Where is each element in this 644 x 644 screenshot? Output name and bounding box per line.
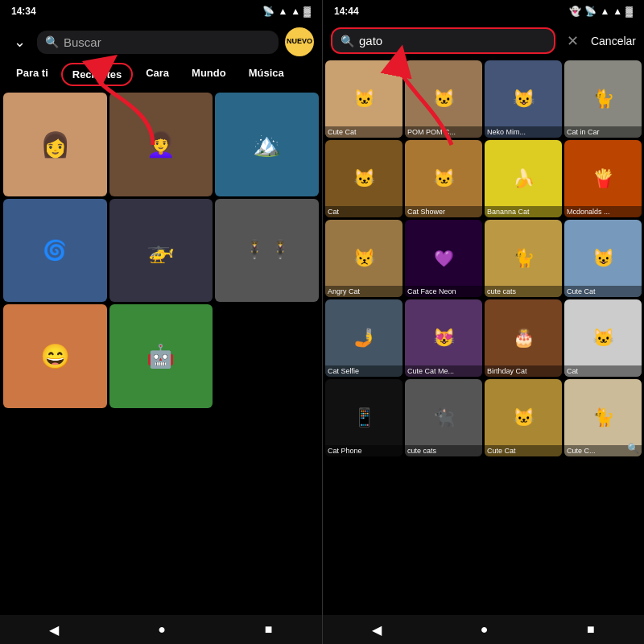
right-status-icons: 👻 📡 ▲ ▲ ▓ — [569, 6, 633, 17]
grid-cell-3[interactable]: 🏔️ — [215, 93, 319, 196]
result-cute-cat[interactable]: 🐱 Cute Cat — [325, 60, 402, 138]
left-grid: 👩 👩‍🦱 🏔️ 🌀 🚁 🕴️🕴️ 😄 � — [0, 91, 322, 615]
right-search-icon: 🔍 — [341, 35, 354, 47]
grid-cell-8[interactable]: 🤖 — [109, 304, 213, 408]
result-label-cute-cat3: Cute Cat — [485, 445, 562, 456]
result-label-cute-cats3: cute cats — [405, 445, 482, 456]
result-cat[interactable]: 🐱 Cat — [325, 140, 402, 217]
result-cute-cats3[interactable]: 🐈‍⬛ cute cats — [405, 379, 482, 456]
left-time: 14:34 — [11, 6, 36, 17]
tab-mundo[interactable]: Mundo — [182, 63, 236, 86]
result-mcdonalds[interactable]: 🍟 Mcdonalds ... — [564, 140, 642, 217]
cast-icon: 📡 — [262, 6, 275, 17]
nav-recent-btn[interactable]: ■ — [265, 622, 273, 637]
right-search-bar: 🔍 gato ✕ Cancelar — [323, 23, 644, 59]
left-search-input-wrap[interactable]: 🔍 Buscar — [37, 31, 279, 54]
result-label-cute-cat-me: Cute Cat Me... — [405, 365, 482, 377]
right-nav-home-btn[interactable]: ● — [481, 622, 489, 637]
result-label-mcdonalds: Mcdonalds ... — [564, 206, 642, 217]
right-cast-icon: 📡 — [584, 6, 597, 17]
result-cute-cats2[interactable]: 🐈 cute cats — [485, 220, 562, 297]
right-nav-recent-btn[interactable]: ■ — [587, 622, 595, 637]
left-status-bar: 14:34 📡 ▲ ▲ ▓ — [0, 0, 322, 23]
result-birthday-cat[interactable]: 🎂 Birthday Cat — [485, 299, 562, 377]
grid-cell-4[interactable]: 🌀 — [3, 199, 107, 303]
right-status-bar: 14:44 👻 📡 ▲ ▲ ▓ — [323, 0, 644, 23]
right-nav-bottom: ◀ ● ■ — [323, 615, 644, 644]
grid-cell-2[interactable]: 👩‍🦱 — [109, 93, 213, 196]
left-nav-bottom: ◀ ● ■ — [0, 615, 322, 644]
result-label-cat-phone: Cat Phone — [325, 445, 402, 456]
right-grid-inner: 🐱 Cute Cat 🐱 POM POM C... 😺 Neko Mim... … — [325, 60, 642, 456]
battery-icon: ▓ — [303, 6, 311, 17]
result-cat-phone[interactable]: 📱 Cat Phone — [325, 379, 402, 456]
tab-para-ti[interactable]: Para ti — [6, 63, 58, 86]
right-cancel-btn[interactable]: Cancelar — [591, 35, 636, 47]
tab-recientes[interactable]: Recientes — [61, 63, 133, 86]
nav-home-btn[interactable]: ● — [158, 622, 166, 637]
nav-back-btn[interactable]: ◀ — [49, 622, 59, 638]
result-label-cat2: Cat — [564, 365, 642, 377]
right-panel: 14:44 👻 📡 ▲ ▲ ▓ 🔍 gato ✕ Cancelar 🐱 Cute… — [322, 0, 644, 644]
result-label-cat-face-neon: Cat Face Neon — [405, 286, 482, 297]
result-cat-face-neon[interactable]: 💜 Cat Face Neon — [405, 220, 482, 297]
left-search-icon: 🔍 — [45, 35, 59, 48]
result-cute-last[interactable]: 🐈 Cute C... 🔍 — [564, 379, 642, 456]
result-label-cat: Cat — [325, 206, 402, 217]
left-dropdown-icon[interactable]: ⌄ — [8, 33, 31, 51]
right-battery-icon: ▓ — [625, 6, 633, 17]
grid-cell-6[interactable]: 🕴️🕴️ — [215, 199, 319, 303]
result-cute-cat2[interactable]: 😺 Cute Cat — [564, 220, 642, 297]
result-cute-cat3[interactable]: 🐱 Cute Cat — [485, 379, 562, 456]
result-pom-pom[interactable]: 🐱 POM POM C... — [405, 60, 482, 138]
result-bananna-cat[interactable]: 🍌 Bananna Cat — [485, 140, 562, 217]
result-angry-cat[interactable]: 😾 Angry Cat — [325, 220, 402, 297]
right-grid: 🐱 Cute Cat 🐱 POM POM C... 😺 Neko Mim... … — [323, 59, 644, 615]
right-search-input-wrap[interactable]: 🔍 gato — [331, 27, 555, 54]
left-search-placeholder: Buscar — [64, 35, 101, 49]
result-label-cute-cats2: cute cats — [485, 286, 562, 297]
left-grid-inner: 👩 👩‍🦱 🏔️ 🌀 🚁 🕴️🕴️ 😄 � — [3, 93, 319, 408]
right-nav-back-btn[interactable]: ◀ — [372, 622, 382, 638]
right-signal-icon: ▲ — [613, 6, 622, 17]
snapchat-icon: 👻 — [569, 6, 581, 17]
result-cute-cat-me[interactable]: 😻 Cute Cat Me... — [405, 299, 482, 377]
result-label-birthday-cat: Birthday Cat — [485, 365, 562, 377]
result-label-angry-cat: Angry Cat — [325, 286, 402, 297]
right-search-value[interactable]: gato — [359, 34, 382, 47]
result-label-cat-shower: Cat Shower — [405, 206, 482, 217]
result-label-cute-cat2: Cute Cat — [564, 286, 642, 297]
result-label-cat-selfie: Cat Selfie — [325, 365, 402, 377]
left-status-icons: 📡 ▲ ▲ ▓ — [262, 6, 311, 17]
left-search-bar: ⌄ 🔍 Buscar NUEVO — [0, 23, 322, 61]
left-panel: 14:34 📡 ▲ ▲ ▓ ⌄ 🔍 Buscar NUEVO Para ti R… — [0, 0, 322, 644]
result-neko-mim[interactable]: 😺 Neko Mim... — [485, 60, 562, 138]
wifi-icon: ▲ — [278, 6, 287, 17]
result-cat2[interactable]: 🐱 Cat — [564, 299, 642, 377]
right-clear-btn[interactable]: ✕ — [562, 32, 584, 50]
right-time: 14:44 — [334, 6, 359, 17]
tab-cara[interactable]: Cara — [136, 63, 179, 86]
result-label-bananna-cat: Bananna Cat — [485, 206, 562, 217]
left-nav-tabs: Para ti Recientes Cara Mundo Música — [0, 61, 322, 91]
grid-cell-5[interactable]: 🚁 — [109, 199, 213, 303]
result-label-cat-in-car: Cat in Car — [564, 126, 642, 138]
result-cat-selfie[interactable]: 🤳 Cat Selfie — [325, 299, 402, 377]
result-cat-shower[interactable]: 🐱 Cat Shower — [405, 140, 482, 217]
signal-icon: ▲ — [291, 6, 300, 17]
left-nuevo-badge: NUEVO — [285, 27, 314, 56]
tab-musica[interactable]: Música — [239, 63, 294, 86]
result-cat-in-car[interactable]: 🐈 Cat in Car — [564, 60, 642, 138]
result-label-cute-cat: Cute Cat — [325, 126, 402, 138]
result-label-pom-pom: POM POM C... — [405, 126, 482, 138]
result-label-neko-mim: Neko Mim... — [485, 126, 562, 138]
grid-cell-7[interactable]: 😄 — [3, 304, 107, 408]
grid-cell-1[interactable]: 👩 — [3, 93, 107, 196]
right-wifi-icon: ▲ — [600, 6, 609, 17]
